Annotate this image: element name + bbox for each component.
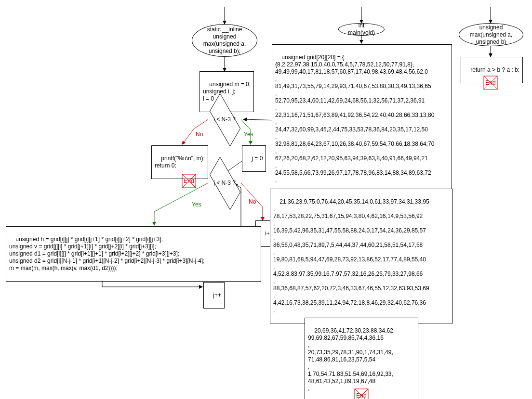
mid-grid-block-1-text: unsigned grid[20][20] = { {8,2,22,97,38,… [275, 54, 434, 183]
mid-end: End [353, 387, 370, 399]
mid-func-signature-text: int main(void) [346, 22, 377, 37]
cond-j-no-label: No [249, 198, 256, 205]
left-func-signature: static __inline unsigned max(unsigned a,… [192, 24, 257, 57]
left-body-block: unsigned h = grid[i][j] * grid[i][j+1] *… [6, 226, 261, 282]
left-init-text: unsigned m = 0; unsigned i, j; i = 0 [203, 81, 251, 102]
right-func-signature-text: unsigned max(unsigned a, unsigned b) [466, 24, 516, 46]
mid-func-signature: int main(void) [338, 23, 385, 36]
left-func-signature-text: static __inline unsigned max(unsigned a,… [199, 26, 250, 55]
left-cond-i-text: i < N-3 ? [205, 110, 244, 129]
cond-i-no-label: No [196, 131, 203, 138]
mid-grid-block-2-text: 21,36,23,9,75,0,76,44,20,45,35,14,0,61,3… [273, 198, 429, 313]
left-print-text: printf("%u\n", m); return 0; [155, 155, 205, 169]
left-cond-i: i < N-3 ? [205, 110, 244, 129]
cond-j-yes-label: Yes [192, 201, 201, 208]
right-func-signature: unsigned max(unsigned a, unsigned b) [459, 23, 523, 46]
right-end-text: End [485, 79, 495, 86]
left-print-block: printf("%u\n", m); return 0; [151, 145, 208, 179]
left-jpp-block: j++ [203, 282, 225, 309]
left-jpp-text: j++ [213, 292, 221, 298]
mid-grid-block-3-text: 20,69,36,41,72,30,23,88,34,62, 99,69,82,… [308, 327, 395, 392]
cond-i-yes-label: Yes [244, 131, 253, 138]
mid-grid-block-2: 21,36,23,9,75,0,76,44,20,45,35,14,0,61,3… [270, 189, 453, 323]
left-end-1: End [180, 172, 198, 190]
left-jinit-block: j = 0 [242, 145, 266, 172]
left-cond-j-text: j < N-3 ? [205, 173, 244, 193]
right-return-text: return a > b ? a : b; [470, 66, 519, 73]
left-body-text: unsigned h = grid[i][j] * grid[i][j+1] *… [9, 236, 205, 271]
mid-grid-block-1: unsigned grid[20][20] = { {8,2,22,97,38,… [272, 44, 452, 193]
mid-end-text: End [356, 392, 366, 399]
left-end-1-text: End [184, 178, 194, 184]
left-cond-j: j < N-3 ? [205, 173, 244, 193]
right-end: End [482, 74, 499, 91]
left-jinit-text: j = 0 [252, 155, 263, 162]
